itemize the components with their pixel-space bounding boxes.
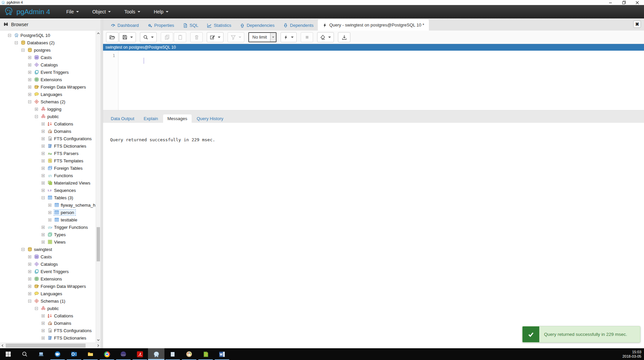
tree-item[interactable]: FTS Dictionaries — [0, 334, 101, 342]
taskbar-item[interactable] — [214, 348, 230, 360]
expand-toggle[interactable] — [48, 204, 51, 207]
menu-item[interactable]: File — [59, 5, 86, 18]
tree-item[interactable]: Languages — [0, 290, 101, 297]
expand-toggle[interactable] — [28, 300, 31, 303]
taskbar-item[interactable] — [181, 348, 197, 360]
tree-item[interactable]: FTS Configurations — [0, 327, 101, 334]
tree-item[interactable]: Tables (3) — [0, 194, 101, 201]
expand-toggle[interactable] — [8, 34, 11, 37]
expand-toggle[interactable] — [42, 159, 45, 162]
taskbar-item[interactable] — [49, 348, 66, 360]
execute-button[interactable] — [281, 32, 297, 42]
document-tab[interactable]: Dependents — [279, 20, 318, 31]
tree-item[interactable]: Materialized Views — [0, 179, 101, 187]
expand-toggle[interactable] — [35, 307, 38, 310]
expand-toggle[interactable] — [42, 182, 45, 185]
expand-toggle[interactable] — [42, 337, 45, 340]
expand-toggle[interactable] — [42, 174, 45, 177]
scroll-right-arrow[interactable] — [96, 343, 101, 348]
sql-editor[interactable]: 1 — [103, 51, 644, 110]
expand-toggle[interactable] — [28, 255, 31, 258]
dropdown-caret-icon[interactable] — [239, 37, 241, 38]
tree-item[interactable]: Event Triggers — [0, 268, 101, 275]
tree-item[interactable]: (ƒ) Trigger Functions — [0, 223, 101, 231]
tree-item[interactable]: public — [0, 305, 101, 312]
vertical-scroll-thumb[interactable] — [97, 227, 100, 261]
expand-toggle[interactable] — [42, 226, 45, 229]
tree-item[interactable]: person — [0, 209, 101, 216]
expand-toggle[interactable] — [21, 248, 24, 251]
tree-item[interactable]: Extensions — [0, 76, 101, 83]
menu-item[interactable]: Help — [147, 5, 175, 18]
expand-toggle[interactable] — [35, 115, 38, 118]
horizontal-scroll-thumb[interactable] — [6, 344, 86, 348]
code-area[interactable] — [118, 51, 644, 110]
expand-toggle[interactable] — [42, 241, 45, 244]
tree-item[interactable]: Schemas (2) — [0, 98, 101, 105]
document-tab[interactable]: Dashboard — [106, 20, 143, 31]
expand-toggle[interactable] — [28, 270, 31, 273]
expand-toggle[interactable] — [28, 100, 31, 103]
taskbar-item[interactable] — [148, 348, 164, 360]
taskbar-item[interactable] — [164, 348, 181, 360]
tree-item[interactable]: Aa FTS Parsers — [0, 150, 101, 157]
copy-button[interactable] — [161, 32, 173, 42]
taskbar-clock[interactable]: 15:03 2018-03-05 — [623, 348, 644, 360]
tree-item[interactable]: Languages — [0, 91, 101, 98]
scroll-down-arrow[interactable] — [96, 338, 101, 343]
tree-item[interactable]: swingtest — [0, 246, 101, 253]
tree-item[interactable]: PostgreSQL 10 — [0, 32, 101, 39]
tree-item[interactable]: Types — [0, 231, 101, 238]
tree-item[interactable]: flyway_schema_h — [0, 201, 101, 209]
tree-item[interactable]: Catalogs — [0, 260, 101, 268]
output-tab[interactable]: Query History — [192, 114, 228, 123]
close-panel-button[interactable]: ✖ — [633, 20, 641, 28]
expand-toggle[interactable] — [21, 49, 24, 52]
tree-item[interactable]: Catalogs — [0, 61, 101, 68]
expand-toggle[interactable] — [28, 263, 31, 266]
expand-toggle[interactable] — [42, 145, 45, 148]
taskbar-item[interactable] — [82, 348, 99, 360]
sidebar-vertical-scrollbar[interactable] — [96, 31, 101, 343]
minimize-button[interactable] — [604, 0, 617, 5]
taskbar-item[interactable] — [33, 348, 49, 360]
menu-item[interactable]: Tools — [117, 5, 147, 18]
tree-item[interactable]: FTS Dictionaries — [0, 142, 101, 150]
panel-splitter[interactable] — [101, 18, 103, 348]
tree-item[interactable]: Foreign Data Wrappers — [0, 83, 101, 91]
tree-item[interactable]: testtable — [0, 216, 101, 223]
find-button[interactable] — [140, 32, 157, 42]
dropdown-caret-icon[interactable] — [151, 37, 154, 38]
filter-button[interactable] — [228, 32, 244, 42]
delete-button[interactable] — [190, 32, 203, 42]
tree-item[interactable]: Foreign Data Wrappers — [0, 282, 101, 290]
scroll-left-arrow[interactable] — [0, 343, 5, 348]
expand-toggle[interactable] — [48, 218, 51, 221]
paste-button[interactable] — [174, 32, 186, 42]
limit-select[interactable]: No limit — [248, 32, 277, 42]
tree-item[interactable]: AB Collations — [0, 312, 101, 319]
dropdown-caret-icon[interactable] — [328, 37, 331, 38]
expand-toggle[interactable] — [42, 314, 45, 317]
save-button[interactable] — [119, 32, 136, 42]
tree-item[interactable]: Domains — [0, 127, 101, 135]
menu-item[interactable]: Object — [86, 5, 117, 18]
document-tab[interactable]: Query - swingtest on postgres@PostgreSQL… — [318, 19, 429, 31]
tree-item[interactable]: Domains — [0, 319, 101, 327]
taskbar-item[interactable] — [0, 348, 16, 360]
taskbar-item[interactable] — [99, 348, 115, 360]
tree-item[interactable]: 69 Casts — [0, 253, 101, 260]
taskbar-item[interactable] — [197, 348, 214, 360]
scroll-up-arrow[interactable] — [96, 31, 101, 36]
expand-toggle[interactable] — [28, 86, 31, 89]
dropdown-caret-icon[interactable] — [130, 37, 133, 38]
expand-toggle[interactable] — [42, 233, 45, 236]
tree-item[interactable]: Schemas (1) — [0, 297, 101, 305]
expand-toggle[interactable] — [42, 196, 45, 199]
expand-toggle[interactable] — [28, 71, 31, 74]
tree-item[interactable]: FTS Templates — [0, 157, 101, 164]
taskbar-item[interactable] — [66, 348, 82, 360]
taskbar-item[interactable] — [132, 348, 148, 360]
expand-toggle[interactable] — [28, 93, 31, 96]
tree-item[interactable]: Views — [0, 238, 101, 246]
